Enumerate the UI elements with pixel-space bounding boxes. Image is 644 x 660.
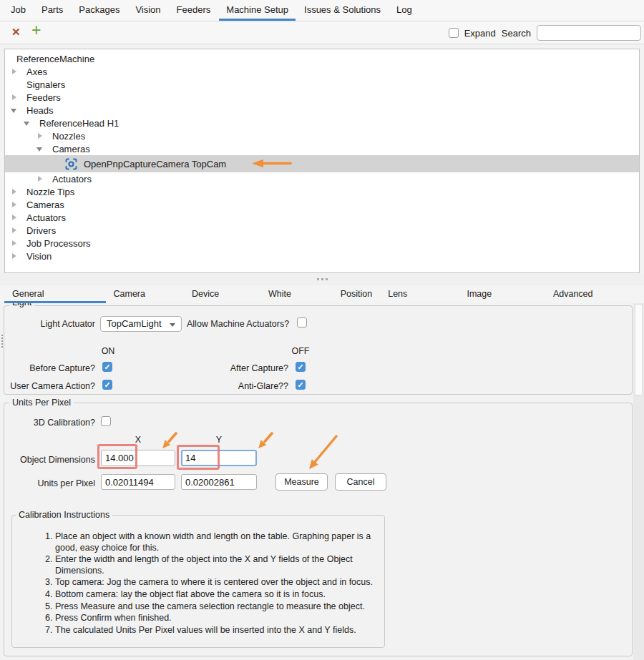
config-tab-lens-calibration[interactable]: Lens Calibration (380, 285, 459, 303)
tree-arrow-placeholder (49, 159, 61, 169)
machine-tree: ReferenceMachineAxesSignalersFeedersHead… (4, 49, 640, 273)
general-configuration-panel: Light Light Actuator TopCamLight Allow M… (0, 303, 644, 660)
before-capture-label: Before Capture? (0, 363, 95, 374)
main-tab-job[interactable]: Job (3, 0, 34, 21)
tree-item-label: Actuators (52, 174, 92, 184)
tree-item-label: Actuators (26, 212, 66, 223)
expand-label: Expand (464, 28, 496, 39)
tree-item-label: Drivers (26, 225, 56, 236)
calibration-3d-label: 3D Calibration? (0, 417, 95, 428)
tree-item-referencemachine-0[interactable]: ReferenceMachine (5, 52, 639, 65)
tree-collapsed-arrow-icon[interactable] (11, 92, 22, 102)
light-actuator-select[interactable]: TopCamLight (100, 316, 182, 332)
main-tab-parts[interactable]: Parts (34, 0, 71, 21)
tree-item-feeders-3[interactable]: Feeders (5, 91, 639, 104)
main-tab-log[interactable]: Log (389, 0, 420, 21)
tree-item-label: Feeders (26, 92, 61, 103)
config-tab-device-settings[interactable]: Device Settings (184, 285, 260, 303)
units-per-pixel-y-field[interactable] (181, 474, 257, 490)
add-icon[interactable]: + (31, 21, 41, 40)
tree-collapsed-arrow-icon[interactable] (11, 67, 22, 77)
tree-item-cameras-7[interactable]: Cameras (5, 142, 639, 155)
tree-expanded-arrow-icon[interactable] (11, 105, 22, 115)
annotation-arrow-selected-item (252, 159, 292, 170)
tree-collapsed-arrow-icon[interactable] (11, 238, 22, 248)
instruction-step-7: The calculated Units Per Pixel values wi… (55, 625, 379, 636)
instruction-step-6: Press Confirm when finished. (55, 613, 379, 624)
tree-collapsed-arrow-icon[interactable] (11, 212, 22, 222)
light-group-title: Light (9, 303, 34, 308)
off-header: OFF (290, 345, 311, 357)
tree-item-actuators-12[interactable]: Actuators (5, 211, 639, 224)
main-tab-machine-setup[interactable]: Machine Setup (218, 0, 296, 21)
tree-collapsed-arrow-icon[interactable] (36, 174, 48, 184)
object-dimensions-x-field[interactable] (101, 450, 175, 466)
tree-collapsed-arrow-icon[interactable] (11, 251, 22, 261)
before-capture-checkbox[interactable] (102, 362, 112, 372)
light-actuator-label: Light Actuator (0, 318, 95, 330)
main-tab-feeders[interactable]: Feeders (169, 0, 219, 21)
user-camera-action-checkbox[interactable] (102, 380, 112, 390)
tree-item-drivers-13[interactable]: Drivers (5, 224, 639, 237)
config-tab-bar: General ConfigurationCamera SettlingDevi… (0, 285, 644, 303)
main-tab-vision[interactable]: Vision (127, 0, 168, 21)
tree-item-referencehead-h1-5[interactable]: ReferenceHead H1 (5, 117, 639, 129)
allow-machine-actuators-checkbox[interactable] (297, 317, 307, 327)
instruction-step-3: Top camera: Jog the camera to where it i… (55, 577, 379, 588)
tree-item-label: Vision (26, 251, 52, 262)
tree-item-vision-15[interactable]: Vision (5, 250, 639, 262)
tree-item-label: ReferenceMachine (16, 54, 94, 64)
cancel-button[interactable]: Cancel (335, 473, 386, 491)
tree-item-actuators-9[interactable]: Actuators (5, 172, 639, 185)
x-header: X (101, 434, 175, 445)
anti-glare-checkbox[interactable] (296, 380, 306, 390)
tree-collapsed-arrow-icon[interactable] (36, 131, 48, 141)
search-input[interactable] (537, 25, 641, 41)
scrollbar-thumb[interactable] (635, 304, 643, 395)
tree-collapsed-arrow-icon[interactable] (11, 187, 22, 197)
tree-item-axes-1[interactable]: Axes (5, 65, 639, 78)
config-tab-advanced-calibration[interactable]: Advanced Calibration (545, 285, 644, 303)
calibration-3d-checkbox[interactable] (101, 416, 111, 426)
units-per-pixel-group-title: Units Per Pixel (9, 398, 74, 408)
config-tab-position[interactable]: Position (333, 285, 380, 303)
delete-icon[interactable]: ✕ (11, 26, 21, 39)
tree-item-openpnpcapturecamera-topcam-8[interactable]: OpenPnpCaptureCamera TopCam (5, 155, 639, 172)
calibration-instructions-title: Calibration Instructions (16, 510, 112, 521)
after-capture-checkbox[interactable] (296, 362, 306, 372)
units-per-pixel-label: Units per Pixel (0, 478, 95, 489)
object-dimensions-y-field[interactable] (181, 450, 257, 466)
tree-expanded-arrow-icon[interactable] (24, 118, 35, 128)
tree-item-nozzles-6[interactable]: Nozzles (5, 129, 639, 142)
config-tab-image-transforms[interactable]: Image Transforms (459, 285, 545, 303)
horizontal-splitter[interactable] (0, 273, 644, 285)
after-capture-label: After Capture? (181, 363, 288, 374)
main-tab-packages[interactable]: Packages (71, 0, 127, 21)
tree-item-job-processors-14[interactable]: Job Processors (5, 237, 639, 250)
expand-checkbox[interactable] (449, 28, 459, 38)
openpnp-window: JobPartsPackagesVisionFeedersMachine Set… (0, 0, 644, 660)
main-tab-issues-solutions[interactable]: Issues & Solutions (296, 0, 389, 21)
tree-collapsed-arrow-icon[interactable] (11, 225, 22, 235)
config-tab-white-balance[interactable]: White Balance (260, 285, 333, 303)
tree-item-cameras-11[interactable]: Cameras (5, 198, 639, 211)
user-camera-action-label: User Camera Action? (0, 380, 95, 392)
tree-item-heads-4[interactable]: Heads (5, 104, 639, 117)
tree-collapsed-arrow-icon[interactable] (11, 200, 22, 210)
anti-glare-label: Anti-Glare?? (181, 380, 288, 392)
tree-item-nozzle-tips-10[interactable]: Nozzle Tips (5, 185, 639, 198)
units-per-pixel-x-field[interactable] (101, 474, 175, 490)
instruction-step-4: Bottom camera: lay the object flat above… (55, 589, 379, 601)
light-actuator-value: TopCamLight (107, 318, 162, 329)
tree-expanded-arrow-icon[interactable] (36, 144, 48, 154)
main-tab-bar: JobPartsPackagesVisionFeedersMachine Set… (0, 0, 644, 21)
config-tab-general-configuration[interactable]: General Configuration (4, 285, 106, 303)
instruction-step-5: Press Measure and use the camera selecti… (55, 601, 379, 613)
measure-button[interactable]: Measure (275, 473, 328, 491)
config-tab-camera-settling[interactable]: Camera Settling (106, 285, 185, 303)
instruction-step-1: Place an object with a known width and l… (55, 531, 379, 553)
tree-arrow-placeholder (11, 79, 22, 89)
tree-item-signalers-2[interactable]: Signalers (5, 78, 639, 91)
tree-item-label: Cameras (26, 200, 64, 210)
calibration-instructions-group: Calibration Instructions Place an object… (11, 515, 385, 648)
